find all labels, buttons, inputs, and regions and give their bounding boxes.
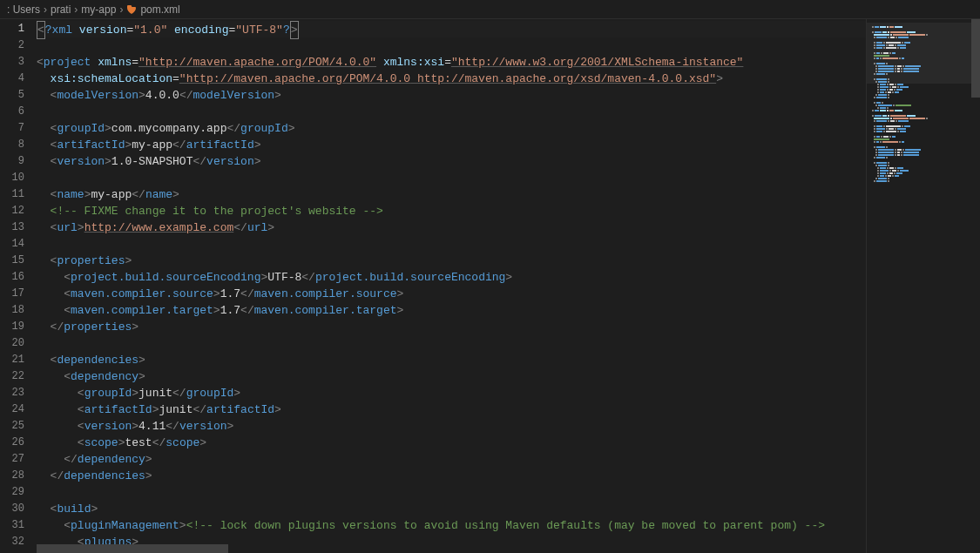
line-number[interactable]: 6 — [0, 104, 24, 120]
code-line[interactable]: <groupId>com.mycompany.app</groupId> — [37, 120, 866, 137]
code-line[interactable]: </dependency> — [37, 451, 866, 468]
code-line[interactable] — [37, 335, 866, 352]
breadcrumb-sep-start: : — [7, 3, 13, 16]
line-number[interactable]: 31 — [0, 517, 24, 534]
line-number[interactable]: 30 — [0, 501, 24, 517]
breadcrumb-segment[interactable]: prati — [51, 3, 71, 16]
code-line[interactable] — [37, 484, 866, 501]
code-line[interactable]: <version>1.0-SNAPSHOT</version> — [37, 153, 866, 170]
code-line[interactable]: <artifactId>my-app</artifactId> — [37, 137, 866, 153]
line-number[interactable]: 11 — [0, 186, 24, 203]
code-line[interactable]: <dependencies> — [37, 352, 866, 368]
line-number[interactable]: 26 — [0, 435, 24, 451]
line-number[interactable]: 28 — [0, 468, 24, 484]
line-number[interactable]: 14 — [0, 236, 24, 253]
code-line[interactable]: <properties> — [37, 253, 866, 269]
code-line[interactable] — [37, 104, 866, 120]
code-line[interactable]: <maven.compiler.target>1.7</maven.compil… — [37, 302, 866, 319]
chevron-right-icon: › — [74, 3, 78, 16]
line-number-gutter[interactable]: 1234567891011121314151617181920212223242… — [0, 19, 37, 553]
minimap[interactable] — [867, 19, 971, 553]
code-line[interactable]: <dependency> — [37, 368, 866, 385]
code-line[interactable]: <build> — [37, 501, 866, 517]
code-line[interactable] — [37, 37, 866, 54]
code-line[interactable]: </dependencies> — [37, 468, 866, 484]
line-number[interactable]: 19 — [0, 319, 24, 335]
line-number[interactable]: 15 — [0, 253, 24, 269]
code-line[interactable]: <project xmlns="http://maven.apache.org/… — [37, 54, 866, 71]
code-line[interactable]: <scope>test</scope> — [37, 435, 866, 451]
line-number[interactable]: 16 — [0, 269, 24, 286]
line-number[interactable]: 10 — [0, 170, 24, 186]
line-number[interactable]: 32 — [0, 534, 24, 550]
line-number[interactable]: 13 — [0, 219, 24, 236]
line-number[interactable]: 4 — [0, 71, 24, 87]
chevron-right-icon: › — [44, 3, 47, 16]
code-line[interactable]: <maven.compiler.source>1.7</maven.compil… — [37, 286, 866, 302]
line-number[interactable]: 21 — [0, 352, 24, 368]
xml-file-icon — [126, 4, 137, 15]
line-number[interactable]: 3 — [0, 54, 24, 71]
vertical-scrollbar-thumb[interactable] — [971, 19, 980, 98]
line-number[interactable]: 9 — [0, 153, 24, 170]
line-number[interactable]: 8 — [0, 137, 24, 153]
line-number[interactable]: 25 — [0, 418, 24, 435]
editor-wrap: 1234567891011121314151617181920212223242… — [0, 19, 867, 553]
code-line[interactable]: </properties> — [37, 319, 866, 335]
code-line[interactable]: <!-- FIXME change it to the project's we… — [37, 203, 866, 219]
vertical-scrollbar[interactable] — [971, 19, 980, 553]
line-number[interactable]: 17 — [0, 286, 24, 302]
line-number[interactable]: 27 — [0, 451, 24, 468]
line-number[interactable]: 29 — [0, 484, 24, 501]
line-number[interactable]: 20 — [0, 335, 24, 352]
breadcrumb-file[interactable]: pom.xml — [140, 3, 179, 16]
code-line[interactable]: <groupId>junit</groupId> — [37, 385, 866, 401]
chevron-right-icon: › — [119, 3, 123, 16]
code-line[interactable]: xsi:schemaLocation="http://maven.apache.… — [37, 71, 866, 87]
code-line[interactable]: <url>http://www.example.com</url> — [37, 219, 866, 236]
line-number[interactable]: 1 — [0, 21, 24, 37]
line-number[interactable]: 12 — [0, 203, 24, 219]
line-number[interactable]: 7 — [0, 120, 24, 137]
editor-main: 1234567891011121314151617181920212223242… — [0, 19, 980, 553]
line-number[interactable]: 22 — [0, 368, 24, 385]
line-number[interactable]: 5 — [0, 87, 24, 104]
line-number[interactable]: 23 — [0, 385, 24, 401]
line-number[interactable]: 24 — [0, 401, 24, 418]
code-line[interactable]: <project.build.sourceEncoding>UTF-8</pro… — [37, 269, 866, 286]
code-line[interactable]: <modelVersion>4.0.0</modelVersion> — [37, 87, 866, 104]
line-number[interactable]: 2 — [0, 37, 24, 54]
horizontal-scrollbar[interactable] — [37, 544, 866, 553]
horizontal-scrollbar-thumb[interactable] — [37, 544, 228, 553]
code-line[interactable]: <artifactId>junit</artifactId> — [37, 401, 866, 418]
code-line[interactable]: <version>4.11</version> — [37, 418, 866, 435]
breadcrumb-segment[interactable]: my-app — [81, 3, 116, 16]
code-line[interactable] — [37, 170, 866, 186]
line-number[interactable]: 18 — [0, 302, 24, 319]
code-line[interactable] — [37, 236, 866, 253]
code-line[interactable]: <pluginManagement><!-- lock down plugins… — [37, 517, 866, 534]
code-line[interactable]: <name>my-app</name> — [37, 186, 866, 203]
minimap-viewport[interactable] — [867, 23, 971, 84]
code-line[interactable]: <?xml version="1.0" encoding="UTF-8"?> — [37, 21, 866, 37]
code-area[interactable]: <?xml version="1.0" encoding="UTF-8"?><p… — [37, 19, 866, 553]
breadcrumb[interactable]: : Users › prati › my-app › pom.xml — [0, 0, 980, 19]
breadcrumb-segment[interactable]: Users — [13, 3, 40, 16]
